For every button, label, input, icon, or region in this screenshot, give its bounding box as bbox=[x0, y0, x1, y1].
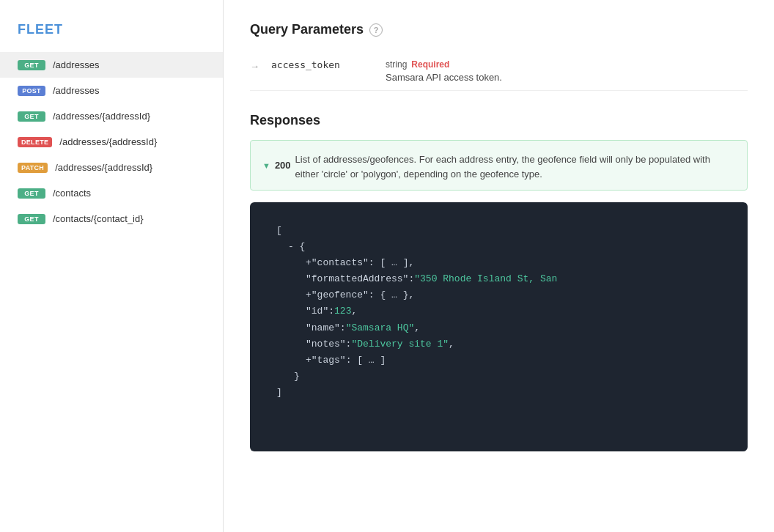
param-description: Samsara API access token. bbox=[386, 72, 502, 83]
code-line: "notes": "Delivery site 1", bbox=[276, 336, 721, 352]
help-icon[interactable]: ? bbox=[369, 23, 383, 37]
sidebar-item-4[interactable]: PATCH/addresses/{addressId} bbox=[0, 155, 223, 180]
sidebar-item-2[interactable]: GET/addresses/{addressId} bbox=[0, 103, 223, 129]
sidebar-item-1[interactable]: POST/addresses bbox=[0, 78, 223, 103]
code-line: + "tags": [ … ] bbox=[276, 352, 721, 369]
sidebar-item-path: /addresses/{addressId} bbox=[55, 162, 152, 173]
method-badge: GET bbox=[18, 188, 45, 199]
code-line: "formattedAddress": "350 Rhode Island St… bbox=[276, 271, 721, 287]
method-badge: GET bbox=[18, 214, 45, 224]
response-item-header: ▼ 200 List of addresses/geofences. For e… bbox=[262, 149, 735, 181]
code-block: [ - { + "contacts": [ … ], "formattedAdd… bbox=[250, 202, 748, 451]
param-arrow: → bbox=[250, 61, 259, 72]
code-line: ] bbox=[276, 385, 721, 401]
code-line: + "geofence": { … }, bbox=[276, 287, 721, 303]
sidebar-item-0[interactable]: GET/addresses bbox=[0, 52, 223, 78]
param-row-access-token: → access_token string Required Samsara A… bbox=[250, 52, 748, 91]
param-required: Required bbox=[411, 59, 449, 70]
sidebar-item-path: /addresses/{addressId} bbox=[53, 111, 150, 122]
param-type: string bbox=[386, 59, 407, 70]
sidebar-item-path: /contacts bbox=[53, 188, 91, 199]
param-type-block: string Required Samsara API access token… bbox=[386, 59, 502, 83]
sidebar-item-5[interactable]: GET/contacts bbox=[0, 180, 223, 206]
query-params-title: Query Parameters bbox=[250, 22, 364, 37]
query-params-heading: Query Parameters ? bbox=[250, 22, 748, 37]
response-code: 200 bbox=[275, 160, 291, 171]
sidebar-item-path: /addresses bbox=[53, 85, 100, 96]
method-badge: GET bbox=[18, 111, 45, 122]
code-line: "id": 123, bbox=[276, 303, 721, 319]
code-line: } bbox=[276, 369, 721, 385]
method-badge: PATCH bbox=[18, 163, 48, 173]
response-description: List of addresses/geofences. For each ad… bbox=[295, 152, 735, 181]
sidebar-title: FLEET bbox=[0, 15, 223, 52]
response-item-200[interactable]: ▼ 200 List of addresses/geofences. For e… bbox=[250, 140, 748, 191]
sidebar-item-3[interactable]: DELETE/addresses/{addressId} bbox=[0, 129, 223, 155]
code-line: [ bbox=[276, 223, 721, 239]
sidebar-item-6[interactable]: GET/contacts/{contact_id} bbox=[0, 206, 223, 232]
responses-heading: Responses bbox=[250, 113, 748, 128]
code-line: + "contacts": [ … ], bbox=[276, 255, 721, 271]
code-line: "name": "Samsara HQ", bbox=[276, 320, 721, 336]
sidebar-item-path: /contacts/{contact_id} bbox=[53, 213, 144, 224]
sidebar: FLEET GET/addressesPOST/addressesGET/add… bbox=[0, 0, 224, 532]
method-badge: DELETE bbox=[18, 137, 52, 147]
code-line: - { bbox=[276, 239, 721, 255]
sidebar-item-path: /addresses bbox=[53, 59, 100, 70]
main-content: Query Parameters ? → access_token string… bbox=[224, 0, 774, 532]
method-badge: GET bbox=[18, 60, 45, 70]
param-name: access_token bbox=[271, 59, 374, 70]
method-badge: POST bbox=[18, 86, 45, 96]
sidebar-item-path: /addresses/{addressId} bbox=[59, 136, 157, 147]
chevron-down-icon: ▼ bbox=[262, 161, 270, 170]
